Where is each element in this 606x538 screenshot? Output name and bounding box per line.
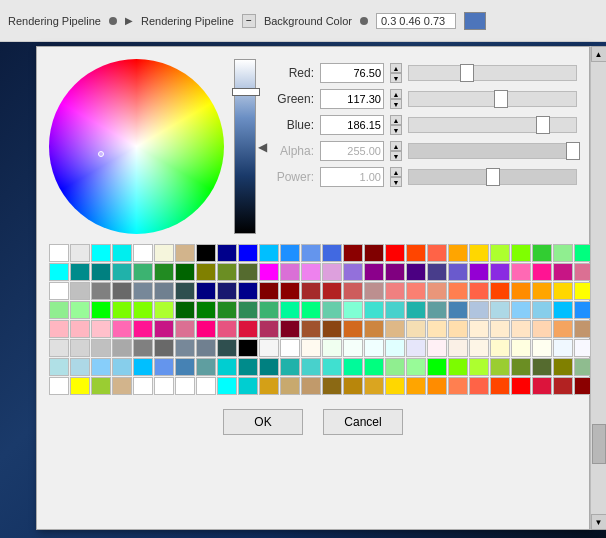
scroll-down-arrow[interactable]: ▼ [591, 514, 607, 530]
palette-cell[interactable] [553, 301, 573, 319]
color-swatch-preview[interactable] [464, 12, 486, 30]
palette-cell[interactable] [196, 320, 216, 338]
palette-cell[interactable] [154, 282, 174, 300]
palette-cell[interactable] [91, 339, 111, 357]
palette-cell[interactable] [343, 377, 363, 395]
palette-cell[interactable] [133, 301, 153, 319]
palette-cell[interactable] [280, 358, 300, 376]
palette-cell[interactable] [259, 377, 279, 395]
palette-cell[interactable] [385, 377, 405, 395]
alpha-slider-track[interactable] [408, 143, 577, 159]
palette-cell[interactable] [217, 244, 237, 262]
palette-cell[interactable] [322, 377, 342, 395]
palette-cell[interactable] [448, 320, 468, 338]
palette-cell[interactable] [343, 320, 363, 338]
palette-cell[interactable] [196, 263, 216, 281]
palette-cell[interactable] [112, 377, 132, 395]
palette-cell[interactable] [91, 377, 111, 395]
palette-cell[interactable] [70, 358, 90, 376]
palette-cell[interactable] [469, 320, 489, 338]
palette-cell[interactable] [112, 244, 132, 262]
palette-cell[interactable] [511, 339, 531, 357]
palette-cell[interactable] [196, 282, 216, 300]
palette-cell[interactable] [490, 320, 510, 338]
palette-cell[interactable] [406, 282, 426, 300]
palette-cell[interactable] [196, 377, 216, 395]
green-slider-thumb[interactable] [494, 90, 508, 108]
palette-cell[interactable] [49, 358, 69, 376]
palette-cell[interactable] [553, 244, 573, 262]
palette-cell[interactable] [385, 263, 405, 281]
palette-cell[interactable] [154, 339, 174, 357]
palette-cell[interactable] [448, 282, 468, 300]
palette-cell[interactable] [49, 263, 69, 281]
palette-cell[interactable] [133, 358, 153, 376]
palette-cell[interactable] [343, 358, 363, 376]
power-spin-up[interactable]: ▲ [390, 167, 402, 177]
power-slider-thumb[interactable] [486, 168, 500, 186]
scroll-track[interactable] [591, 62, 606, 514]
palette-cell[interactable] [553, 282, 573, 300]
palette-cell[interactable] [406, 377, 426, 395]
blue-spin-down[interactable]: ▼ [390, 125, 402, 135]
palette-cell[interactable] [112, 263, 132, 281]
palette-cell[interactable] [154, 263, 174, 281]
palette-cell[interactable] [511, 320, 531, 338]
palette-cell[interactable] [112, 339, 132, 357]
palette-cell[interactable] [49, 244, 69, 262]
palette-cell[interactable] [322, 358, 342, 376]
palette-cell[interactable] [238, 320, 258, 338]
palette-cell[interactable] [238, 244, 258, 262]
palette-cell[interactable] [70, 301, 90, 319]
palette-cell[interactable] [532, 358, 552, 376]
palette-cell[interactable] [49, 339, 69, 357]
palette-cell[interactable] [385, 320, 405, 338]
palette-cell[interactable] [280, 339, 300, 357]
palette-cell[interactable] [322, 320, 342, 338]
palette-cell[interactable] [532, 377, 552, 395]
palette-cell[interactable] [175, 244, 195, 262]
palette-cell[interactable] [343, 301, 363, 319]
palette-cell[interactable] [217, 263, 237, 281]
palette-cell[interactable] [301, 244, 321, 262]
palette-cell[interactable] [175, 358, 195, 376]
power-spinner[interactable]: ▲ ▼ [390, 167, 402, 187]
palette-cell[interactable] [490, 263, 510, 281]
green-slider-track[interactable] [408, 91, 577, 107]
palette-cell[interactable] [469, 358, 489, 376]
palette-cell[interactable] [49, 377, 69, 395]
alpha-slider-thumb[interactable] [566, 142, 580, 160]
palette-cell[interactable] [343, 339, 363, 357]
palette-cell[interactable] [322, 263, 342, 281]
palette-cell[interactable] [70, 320, 90, 338]
palette-cell[interactable] [280, 320, 300, 338]
palette-cell[interactable] [322, 282, 342, 300]
green-spin-down[interactable]: ▼ [390, 99, 402, 109]
palette-cell[interactable] [343, 282, 363, 300]
palette-cell[interactable] [280, 282, 300, 300]
palette-cell[interactable] [322, 301, 342, 319]
palette-cell[interactable] [175, 282, 195, 300]
palette-cell[interactable] [196, 358, 216, 376]
power-input[interactable] [320, 167, 384, 187]
palette-cell[interactable] [364, 320, 384, 338]
palette-cell[interactable] [91, 282, 111, 300]
palette-cell[interactable] [91, 358, 111, 376]
palette-cell[interactable] [364, 282, 384, 300]
palette-cell[interactable] [133, 244, 153, 262]
palette-cell[interactable] [490, 282, 510, 300]
palette-cell[interactable] [427, 320, 447, 338]
palette-cell[interactable] [490, 244, 510, 262]
blue-input[interactable] [320, 115, 384, 135]
red-slider-track[interactable] [408, 65, 577, 81]
minus-button[interactable]: − [242, 14, 256, 28]
palette-cell[interactable] [280, 301, 300, 319]
palette-cell[interactable] [70, 377, 90, 395]
palette-cell[interactable] [364, 301, 384, 319]
palette-cell[interactable] [490, 301, 510, 319]
palette-cell[interactable] [301, 263, 321, 281]
palette-cell[interactable] [238, 339, 258, 357]
palette-cell[interactable] [154, 244, 174, 262]
palette-cell[interactable] [490, 358, 510, 376]
palette-cell[interactable] [238, 301, 258, 319]
